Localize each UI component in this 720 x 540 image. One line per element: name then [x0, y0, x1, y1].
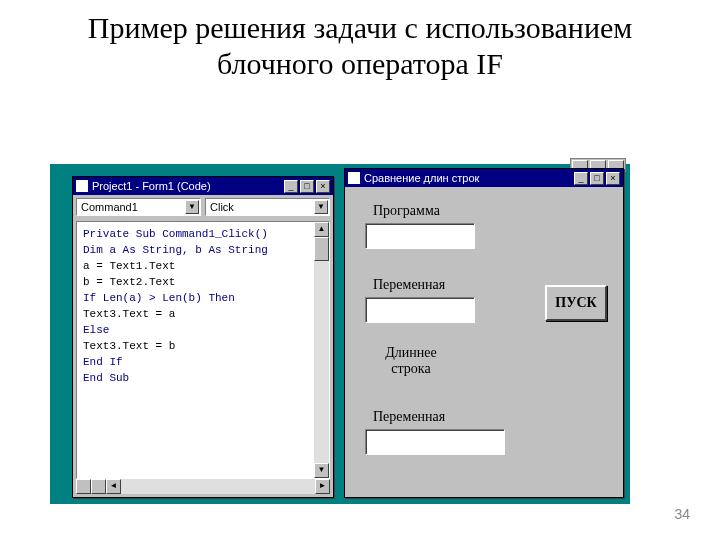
text3-field[interactable] [365, 429, 505, 455]
code-line: Text3.Text = b [83, 338, 325, 354]
combo-row: Command1 ▼ Click ▼ [73, 195, 333, 219]
code-line: Else [83, 322, 325, 338]
label-variable-1: Переменная [373, 277, 445, 293]
procedure-combo[interactable]: Click ▼ [205, 198, 330, 216]
chevron-down-icon[interactable]: ▼ [185, 200, 199, 214]
form-window-title: Сравнение длин строк [364, 172, 570, 184]
minimize-button[interactable]: _ [574, 172, 588, 185]
code-line: a = Text1.Text [83, 258, 325, 274]
close-button[interactable]: × [316, 180, 330, 193]
code-editor[interactable]: Private Sub Command1_Click() Dim a As St… [76, 221, 330, 479]
scroll-left-button[interactable]: ◄ [106, 479, 121, 494]
code-window-title: Project1 - Form1 (Code) [92, 180, 280, 192]
run-button-label: ПУСК [555, 295, 596, 311]
form-window: Сравнение длин строк _ □ × Программа Пер… [344, 168, 624, 498]
text1-field[interactable] [365, 223, 475, 249]
object-combo-value: Command1 [81, 201, 138, 213]
code-line: b = Text2.Text [83, 274, 325, 290]
code-line: Private Sub Command1_Click() [83, 226, 325, 242]
maximize-button[interactable]: □ [590, 172, 604, 185]
maximize-button[interactable]: □ [300, 180, 314, 193]
scroll-down-button[interactable]: ▼ [314, 463, 329, 478]
code-window: Project1 - Form1 (Code) _ □ × Command1 ▼… [72, 176, 334, 498]
code-line: Text3.Text = a [83, 306, 325, 322]
code-line: End Sub [83, 370, 325, 386]
scroll-right-button[interactable]: ► [315, 479, 330, 494]
page-number: 34 [674, 506, 690, 522]
code-line: End If [83, 354, 325, 370]
object-combo[interactable]: Command1 ▼ [76, 198, 201, 216]
label-variable-2: Переменная [373, 409, 445, 425]
vertical-scrollbar[interactable]: ▲ ▼ [314, 222, 329, 478]
code-line: Dim a As String, b As String [83, 242, 325, 258]
procedure-combo-value: Click [210, 201, 234, 213]
code-line: If Len(a) > Len(b) Then [83, 290, 325, 306]
minimize-button[interactable]: _ [284, 180, 298, 193]
run-button[interactable]: ПУСК [545, 285, 607, 321]
form-window-icon [348, 172, 360, 184]
view-procedure-button[interactable] [91, 479, 106, 494]
scroll-up-button[interactable]: ▲ [314, 222, 329, 237]
form-window-titlebar[interactable]: Сравнение длин строк _ □ × [345, 169, 623, 187]
view-full-module-button[interactable] [76, 479, 91, 494]
ide-stage: Project1 - Form1 (Code) _ □ × Command1 ▼… [50, 164, 630, 504]
form-body: Программа Переменная ПУСК Длиннее строка… [347, 189, 621, 495]
text2-field[interactable] [365, 297, 475, 323]
close-button[interactable]: × [606, 172, 620, 185]
slide-title: Пример решения задачи с использованием б… [0, 0, 720, 86]
horizontal-scrollbar[interactable]: ◄ ► [76, 479, 330, 494]
scroll-thumb[interactable] [314, 237, 329, 261]
chevron-down-icon[interactable]: ▼ [314, 200, 328, 214]
code-window-titlebar[interactable]: Project1 - Form1 (Code) _ □ × [73, 177, 333, 195]
label-longer-string: Длиннее строка [371, 345, 451, 377]
code-window-icon [76, 180, 88, 192]
label-program: Программа [373, 203, 440, 219]
